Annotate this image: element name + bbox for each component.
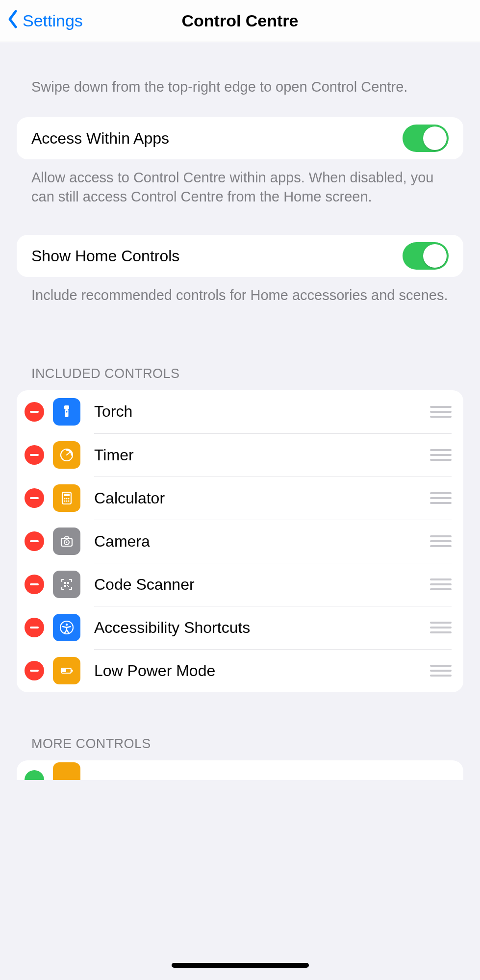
svg-point-9	[68, 498, 70, 499]
svg-rect-25	[62, 669, 66, 672]
access-footer: Allow access to Control Centre within ap…	[0, 159, 480, 206]
drag-handle[interactable]	[430, 665, 452, 677]
control-label: Accessibility Shortcuts	[94, 619, 430, 637]
svg-rect-17	[67, 582, 69, 584]
code-scanner-icon	[53, 571, 80, 598]
remove-control-button[interactable]	[25, 445, 44, 465]
navigation-bar: Settings Control Centre	[0, 0, 480, 42]
drag-handle[interactable]	[430, 449, 452, 461]
remove-control-button[interactable]	[25, 488, 44, 508]
back-label: Settings	[23, 11, 83, 30]
drag-handle[interactable]	[430, 622, 452, 633]
page-title: Control Centre	[182, 11, 299, 30]
timer-icon	[53, 441, 80, 469]
more-controls-list	[17, 760, 463, 780]
row-access-within-apps: Access Within Apps	[17, 117, 463, 159]
svg-rect-16	[64, 582, 66, 584]
intro-hint: Swipe down from the top-right edge to op…	[0, 42, 480, 117]
included-controls-list: TorchTimerCalculatorCameraCode ScannerAc…	[17, 390, 463, 692]
drag-handle[interactable]	[430, 406, 452, 418]
svg-rect-1	[65, 409, 69, 417]
svg-rect-0	[64, 405, 69, 409]
access-toggle[interactable]	[403, 125, 449, 152]
control-label: Low Power Mode	[94, 662, 430, 680]
svg-point-2	[66, 411, 67, 412]
svg-rect-19	[67, 585, 68, 586]
remove-control-button[interactable]	[25, 618, 44, 637]
torch-icon	[53, 398, 80, 426]
svg-point-15	[66, 541, 68, 543]
control-cell: Accessibility Shortcuts	[94, 606, 452, 649]
control-row: Accessibility Shortcuts	[17, 606, 463, 649]
accessibility-icon	[53, 614, 80, 641]
drag-handle[interactable]	[430, 492, 452, 504]
drag-handle[interactable]	[430, 535, 452, 547]
remove-control-button[interactable]	[25, 661, 44, 680]
home-indicator[interactable]	[0, 951, 480, 980]
more-control-icon	[53, 762, 80, 780]
battery-icon	[53, 657, 80, 684]
remove-control-button[interactable]	[25, 531, 44, 551]
control-row: Torch	[17, 390, 463, 433]
calculator-icon	[53, 484, 80, 512]
remove-control-button[interactable]	[25, 575, 44, 594]
row-show-home-controls: Show Home Controls	[17, 235, 463, 277]
control-row: Camera	[17, 520, 463, 563]
camera-icon	[53, 528, 80, 555]
home-controls-toggle[interactable]	[403, 242, 449, 270]
control-row: Code Scanner	[17, 563, 463, 606]
control-cell: Low Power Mode	[94, 649, 452, 692]
remove-control-button[interactable]	[25, 402, 44, 422]
control-label: Timer	[94, 446, 430, 464]
control-label: Calculator	[94, 489, 430, 507]
access-label: Access Within Apps	[31, 129, 403, 148]
control-label: Torch	[94, 402, 430, 421]
control-cell: Calculator	[94, 477, 452, 520]
control-cell: Camera	[94, 520, 452, 563]
included-controls-header: INCLUDED CONTROLS	[0, 366, 480, 390]
home-controls-label: Show Home Controls	[31, 247, 403, 265]
control-label: Camera	[94, 532, 430, 551]
svg-point-7	[64, 498, 66, 499]
control-cell: Torch	[94, 390, 452, 433]
control-label: Code Scanner	[94, 576, 430, 594]
svg-point-12	[68, 500, 70, 502]
more-controls-header: MORE CONTROLS	[0, 736, 480, 760]
svg-rect-6	[64, 494, 70, 496]
svg-point-8	[66, 498, 68, 499]
drag-handle[interactable]	[430, 578, 452, 590]
control-cell: Code Scanner	[94, 563, 452, 606]
back-button[interactable]: Settings	[7, 0, 83, 42]
svg-point-22	[66, 623, 68, 625]
control-row: Calculator	[17, 477, 463, 520]
control-row: Timer	[17, 433, 463, 477]
add-control-button[interactable]	[25, 770, 44, 780]
home-controls-footer: Include recommended controls for Home ac…	[0, 277, 480, 305]
svg-rect-24	[72, 670, 73, 672]
chevron-left-icon	[7, 9, 19, 33]
svg-point-11	[66, 500, 68, 502]
svg-rect-18	[64, 585, 66, 587]
svg-rect-20	[68, 586, 69, 587]
control-row: Low Power Mode	[17, 649, 463, 692]
svg-point-10	[64, 500, 66, 502]
control-cell: Timer	[94, 433, 452, 477]
svg-line-4	[67, 452, 70, 455]
